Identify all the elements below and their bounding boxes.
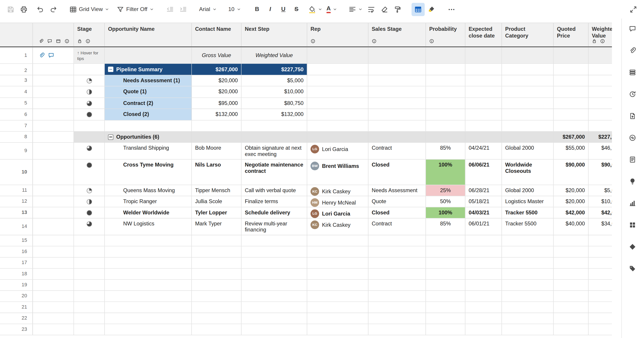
cell-stage[interactable]	[74, 75, 104, 86]
cell-rep[interactable]	[307, 47, 368, 63]
cell-contact[interactable]	[192, 246, 242, 257]
cell-rep[interactable]	[307, 98, 368, 109]
row-number[interactable]: 12	[0, 196, 33, 207]
row-gutter[interactable]	[33, 47, 74, 63]
cell-stage[interactable]	[74, 313, 104, 324]
cell-product[interactable]	[502, 235, 554, 246]
cell-weighted_value[interactable]: $34,000	[588, 218, 612, 235]
row-number[interactable]: 15	[0, 235, 33, 246]
row-gutter[interactable]	[33, 246, 74, 257]
formatting-panel-button[interactable]	[412, 3, 425, 16]
row-gutter[interactable]	[33, 291, 74, 302]
cell-next_step[interactable]: $227,750	[242, 64, 307, 75]
cell-contact[interactable]: $20,000	[192, 75, 242, 86]
cell-close_date[interactable]: 06/06/21	[466, 159, 502, 185]
cell-next_step[interactable]: Negotiate maintenance contract	[242, 159, 307, 185]
cell-quoted_price[interactable]	[554, 291, 588, 302]
cell-product[interactable]	[502, 109, 554, 120]
cell-sales_stage[interactable]	[368, 258, 426, 268]
underline-button[interactable]: U	[277, 3, 290, 16]
cell-close_date[interactable]: 05/18/21	[466, 196, 502, 207]
cell-opportunity[interactable]: Queens Mass Moving	[105, 185, 192, 196]
sidebar-apps-button[interactable]	[628, 221, 637, 230]
font-size-selector[interactable]: 10	[226, 3, 243, 16]
cell-next_step[interactable]: $5,000	[242, 75, 307, 86]
cell-stage[interactable]	[74, 185, 104, 196]
cell-probability[interactable]	[426, 280, 466, 291]
cell-rep[interactable]	[307, 132, 368, 142]
sidebar-sheet-summary-button[interactable]	[628, 156, 637, 164]
column-header-contact[interactable]: Contact Name	[192, 23, 242, 47]
cell-close_date[interactable]: 06/28/21	[466, 185, 502, 196]
cell-contact[interactable]	[192, 258, 242, 268]
cell-probability[interactable]	[426, 86, 466, 97]
cell-next_step[interactable]	[242, 235, 307, 246]
cell-probability[interactable]: 85%	[426, 143, 466, 159]
row-number[interactable]: 17	[0, 258, 33, 268]
cell-contact[interactable]	[192, 313, 242, 324]
cell-weighted_value[interactable]	[588, 302, 612, 313]
italic-button[interactable]: I	[264, 3, 277, 16]
print-button[interactable]	[17, 3, 30, 16]
gutter-column-header[interactable]	[33, 23, 74, 47]
cell-weighted_value[interactable]	[588, 120, 612, 131]
cell-stage[interactable]	[74, 132, 104, 142]
cell-close_date[interactable]	[466, 132, 502, 142]
cell-stage[interactable]	[74, 159, 104, 185]
cell-rep[interactable]: LGLori Garcia	[307, 207, 368, 218]
cell-rep[interactable]	[307, 235, 368, 246]
cell-quoted_price[interactable]	[554, 313, 588, 324]
cell-opportunity[interactable]	[105, 324, 192, 335]
cell-contact[interactable]: Jullia Scole	[192, 196, 242, 207]
cell-contact[interactable]: $132,000	[192, 109, 242, 120]
cell-probability[interactable]	[426, 302, 466, 313]
cell-stage[interactable]	[74, 218, 104, 235]
cell-weighted_value[interactable]	[588, 235, 612, 246]
cell-weighted_value[interactable]	[588, 269, 612, 279]
cell-opportunity[interactable]: Opportunities (6)	[105, 132, 192, 142]
cell-probability[interactable]: 100%	[426, 159, 466, 185]
cell-rep[interactable]: BWBrent Williams	[307, 159, 368, 185]
cell-sales_stage[interactable]	[368, 86, 426, 97]
cell-weighted_value[interactable]	[588, 258, 612, 268]
cell-opportunity[interactable]	[105, 246, 192, 257]
font-family-selector[interactable]: Arial	[197, 3, 219, 16]
cell-close_date[interactable]	[466, 302, 502, 313]
cell-product[interactable]	[502, 302, 554, 313]
cell-quoted_price[interactable]	[554, 120, 588, 131]
cell-rep[interactable]	[307, 64, 368, 75]
cell-next_step[interactable]	[242, 246, 307, 257]
row-gutter[interactable]	[33, 120, 74, 131]
cell-next_step[interactable]	[242, 132, 307, 142]
cell-sales_stage[interactable]	[368, 302, 426, 313]
row-gutter[interactable]	[33, 109, 74, 120]
cell-close_date[interactable]: 06/01/21	[466, 218, 502, 235]
text-color-button[interactable]: A	[324, 3, 340, 16]
column-header-weighted_value[interactable]: Weighted Value	[588, 23, 612, 47]
cell-next_step[interactable]	[242, 313, 307, 324]
cell-opportunity[interactable]	[105, 313, 192, 324]
cell-product[interactable]	[502, 75, 554, 86]
cell-product[interactable]	[502, 98, 554, 109]
cell-product[interactable]	[502, 120, 554, 131]
sidebar-update-requests-button[interactable]	[628, 91, 637, 99]
cell-contact[interactable]	[192, 120, 242, 131]
row-gutter[interactable]	[33, 132, 74, 142]
cell-sales_stage[interactable]	[368, 64, 426, 75]
column-header-quoted_price[interactable]: Quoted Price	[554, 23, 588, 47]
cell-quoted_price[interactable]	[554, 86, 588, 97]
cell-rep[interactable]	[307, 109, 368, 120]
cell-opportunity[interactable]	[105, 120, 192, 131]
row-number[interactable]: 18	[0, 269, 33, 279]
cell-opportunity[interactable]	[105, 291, 192, 302]
cell-quoted_price[interactable]: $20,000	[554, 196, 588, 207]
cell-opportunity[interactable]	[105, 280, 192, 291]
row-number[interactable]: 8	[0, 132, 33, 142]
row-number[interactable]: 5	[0, 98, 33, 109]
cell-weighted_value[interactable]	[588, 280, 612, 291]
cell-next_step[interactable]: Schedule delivery	[242, 207, 307, 218]
row-number[interactable]: 23	[0, 324, 33, 335]
cell-quoted_price[interactable]: $20,000	[554, 185, 588, 196]
cell-next_step[interactable]	[242, 280, 307, 291]
row-gutter[interactable]	[33, 98, 74, 109]
